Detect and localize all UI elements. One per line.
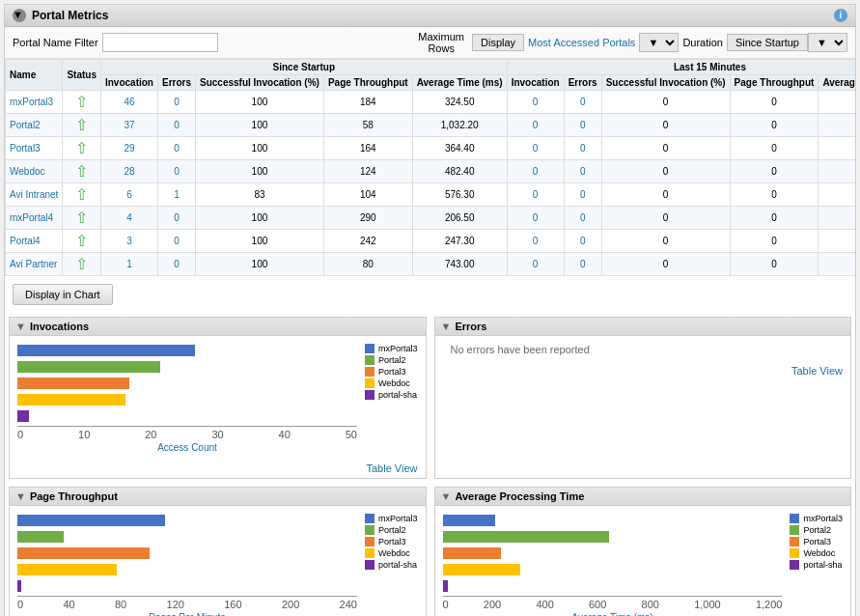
cell-l15-succ: 0 (601, 183, 730, 207)
cell-ss-page: 242 (323, 230, 412, 253)
invocations-collapse-icon[interactable]: ▼ (15, 321, 26, 332)
x-tick: 80 (115, 599, 126, 610)
bar (17, 361, 160, 373)
max-rows-label: Maximum Rows (418, 31, 464, 54)
avg-processing-time-collapse-icon[interactable]: ▼ (441, 490, 452, 502)
avg-time-legend: mxPortal3Portal2Portal3Webdocportal-sha (790, 514, 843, 616)
cell-l15-page: 0 (730, 183, 818, 207)
cell-l15-page: 0 (730, 253, 818, 276)
col-header-ss-err: Errors (157, 75, 195, 91)
cell-ss-err: 0 (157, 114, 195, 137)
cell-l15-avg: 0.00 (818, 137, 855, 160)
bar-row (443, 563, 783, 576)
legend-item: Portal3 (365, 367, 418, 377)
cell-name[interactable]: Portal3 (6, 137, 63, 160)
page-throughput-chart-area: 04080120160200240 Pages Per Minute (17, 514, 357, 616)
legend-label: Portal2 (378, 525, 406, 535)
since-startup-dropdown[interactable]: ▼ (808, 33, 847, 52)
cell-l15-avg: 0.00 (818, 114, 855, 137)
display-button[interactable]: Display (472, 34, 524, 51)
cell-ss-inv: 6 (100, 183, 157, 207)
legend-item: Webdoc (365, 548, 418, 558)
legend-color (365, 514, 375, 523)
cell-name[interactable]: Webdoc (6, 160, 63, 183)
metrics-table-container: Name Status Since Startup Last 15 Minute… (5, 59, 855, 276)
avg-time-x-axis: 02004006008001,0001,200 (443, 599, 783, 610)
most-accessed-portals-link[interactable]: Most Accessed Portals (528, 37, 635, 48)
legend-item: Portal3 (790, 537, 843, 546)
no-errors-text: No errors have been reported (443, 336, 597, 363)
portal-name-filter-input[interactable] (102, 33, 218, 52)
cell-l15-inv: 0 (507, 207, 564, 230)
cell-l15-page: 0 (730, 114, 818, 137)
chart-button-container: Display in Chart (5, 276, 855, 313)
bar (443, 580, 448, 592)
cell-ss-page: 164 (323, 137, 412, 160)
x-tick: 200 (282, 599, 299, 610)
page-throughput-x-axis-line (17, 596, 357, 597)
invocations-table-view-link[interactable]: Table View (10, 461, 426, 478)
cell-ss-succ: 100 (196, 207, 324, 230)
table-row: Portal3 ⇧ 29 0 100 164 364.40 0 0 0 0 0.… (6, 137, 856, 160)
table-row: Webdoc ⇧ 28 0 100 124 482.40 0 0 0 0 0.0… (6, 160, 856, 183)
info-icon[interactable]: i (834, 9, 847, 22)
bar (17, 394, 125, 406)
cell-name[interactable]: Portal4 (6, 230, 63, 253)
errors-table-view-link[interactable]: Table View (435, 363, 851, 380)
cell-l15-err: 0 (564, 160, 601, 183)
legend-item: mxPortal3 (365, 344, 418, 353)
invocations-x-label: Access Count (17, 442, 357, 453)
cell-l15-succ: 0 (601, 207, 730, 230)
cell-ss-err: 0 (157, 253, 195, 276)
cell-ss-inv: 29 (100, 137, 157, 160)
cell-status: ⇧ (63, 183, 101, 207)
group-header-since-startup: Since Startup (100, 60, 507, 75)
legend-color (365, 367, 375, 377)
since-startup-button[interactable]: Since Startup (727, 34, 808, 51)
cell-name[interactable]: mxPortal3 (6, 91, 63, 114)
page-throughput-legend: mxPortal3Portal2Portal3Webdocportal-sha (365, 514, 418, 616)
most-accessed-dropdown[interactable]: ▼ (639, 33, 679, 52)
bar-row (17, 393, 357, 406)
bar-row (17, 360, 357, 374)
cell-l15-err: 0 (564, 230, 601, 253)
errors-collapse-icon[interactable]: ▼ (441, 321, 452, 332)
bar (17, 580, 21, 592)
col-header-l15-page: Page Throughput (730, 75, 818, 91)
page-throughput-title: Page Throughput (30, 490, 118, 502)
cell-status: ⇧ (63, 114, 101, 137)
cell-l15-avg: 0.00 (818, 207, 855, 230)
cell-l15-succ: 0 (601, 114, 730, 137)
bar-row (443, 546, 783, 560)
invocations-chart-area: 01020304050 Access Count (17, 344, 357, 453)
portal-metrics-panel: ▼ Portal Metrics i Portal Name Filter Ma… (4, 4, 856, 616)
cell-l15-inv: 0 (507, 253, 564, 276)
cell-l15-inv: 0 (507, 160, 564, 183)
cell-l15-page: 0 (730, 207, 818, 230)
cell-ss-succ: 100 (196, 137, 324, 160)
legend-item: Webdoc (365, 378, 418, 388)
page-throughput-panel-header: ▼ Page Throughput (10, 488, 426, 506)
legend-label: Webdoc (378, 548, 410, 558)
errors-panel-content: No errors have been reported (435, 336, 851, 363)
filter-label: Portal Name Filter (13, 37, 98, 48)
bar-row (17, 409, 357, 423)
page-throughput-collapse-icon[interactable]: ▼ (15, 490, 26, 502)
cell-name[interactable]: mxPortal4 (6, 207, 63, 230)
cell-ss-avg: 324.50 (412, 91, 507, 114)
cell-name[interactable]: Avi Partner (6, 253, 63, 276)
bar (17, 345, 195, 356)
cell-l15-inv: 0 (507, 183, 564, 207)
cell-name[interactable]: Portal2 (6, 114, 63, 137)
panel-collapse-icon[interactable]: ▼ (13, 9, 26, 22)
display-in-chart-button[interactable]: Display in Chart (13, 284, 113, 305)
x-tick: 120 (167, 599, 184, 610)
cell-l15-err: 0 (564, 207, 601, 230)
invocations-title: Invocations (30, 321, 89, 332)
x-tick: 400 (536, 599, 553, 610)
cell-status: ⇧ (63, 160, 101, 183)
cell-name[interactable]: Avi Intranet (6, 183, 63, 207)
bar-row (17, 579, 357, 593)
bar (443, 564, 520, 575)
avg-processing-time-chart-area: 02004006008001,0001,200 Average Time (ms… (443, 514, 783, 616)
